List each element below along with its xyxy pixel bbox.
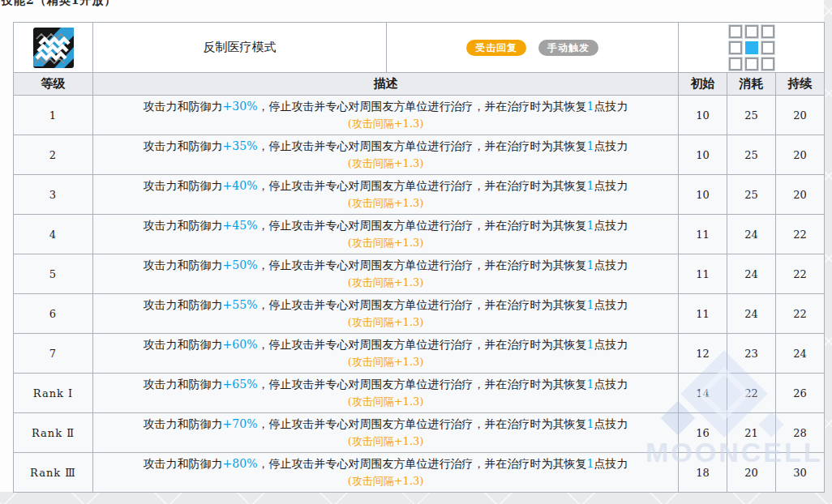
buff-value: +55% <box>223 298 258 311</box>
skill-table: 反制医疗模式 受击回复 手动触发 等级 描述 初始 消耗 持续 1 攻击力和防御… <box>13 22 825 493</box>
desc-middle: ，停止攻击并专心对周围友方单位进行治疗，并在治疗时为其恢复 <box>257 378 586 391</box>
attack-interval-note: (攻击间隔+1.3) <box>93 472 678 489</box>
description-cell: 攻击力和防御力+30%，停止攻击并专心对周围友方单位进行治疗，并在治疗时为其恢复… <box>93 96 679 135</box>
sp-cost-cell: 24 <box>727 215 776 254</box>
description-main: 攻击力和防御力+55%，停止攻击并专心对周围友方单位进行治疗，并在治疗时为其恢复… <box>93 297 678 314</box>
description-main: 攻击力和防御力+60%，停止攻击并专心对周围友方单位进行治疗，并在治疗时为其恢复… <box>93 336 678 353</box>
description-cell: 攻击力和防御力+60%，停止攻击并专心对周围友方单位进行治疗，并在治疗时为其恢复… <box>93 334 679 374</box>
duration-cell: 26 <box>776 374 825 413</box>
description-main: 攻击力和防御力+35%，停止攻击并专心对周围友方单位进行治疗，并在治疗时为其恢复… <box>93 138 678 155</box>
desc-suffix: 点技力 <box>594 139 628 152</box>
desc-suffix: 点技力 <box>594 417 628 430</box>
level-cell: 6 <box>14 294 93 334</box>
buff-value: +50% <box>223 258 258 271</box>
buff-value: +35% <box>223 139 258 152</box>
table-row: 4 攻击力和防御力+45%，停止攻击并专心对周围友方单位进行治疗，并在治疗时为其… <box>14 215 825 254</box>
description-main: 攻击力和防御力+50%，停止攻击并专心对周围友方单位进行治疗，并在治疗时为其恢复… <box>93 257 678 274</box>
desc-prefix: 攻击力和防御力 <box>144 139 223 152</box>
buff-value: +80% <box>223 457 258 470</box>
page-title: 技能2（精英1开放） <box>2 0 116 8</box>
attack-interval-note: (攻击间隔+1.3) <box>93 194 678 211</box>
buff-value: +70% <box>223 417 258 430</box>
sp-cost-cell: 25 <box>727 96 776 135</box>
desc-suffix: 点技力 <box>594 338 628 351</box>
trigger-type-badge: 手动触发 <box>538 40 598 56</box>
initial-sp-cell: 18 <box>679 453 727 493</box>
header-sp-cost: 消耗 <box>727 73 776 96</box>
level-cell: 4 <box>14 215 93 254</box>
level-cell: 1 <box>14 96 93 135</box>
skill-icon <box>33 28 74 68</box>
description-cell: 攻击力和防御力+70%，停止攻击并专心对周围友方单位进行治疗，并在治疗时为其恢复… <box>93 413 679 453</box>
buff-value: +65% <box>223 378 258 391</box>
attack-interval-note: (攻击间隔+1.3) <box>93 234 678 251</box>
desc-middle: ，停止攻击并专心对周围友方单位进行治疗，并在治疗时为其恢复 <box>257 338 586 351</box>
range-cell-active <box>745 41 758 54</box>
description-main: 攻击力和防御力+80%，停止攻击并专心对周围友方单位进行治疗，并在治疗时为其恢复… <box>93 455 678 472</box>
duration-cell: 20 <box>776 175 825 215</box>
level-cell: Rank Ⅰ <box>14 374 93 413</box>
table-row: 2 攻击力和防御力+35%，停止攻击并专心对周围友方单位进行治疗，并在治疗时为其… <box>14 135 825 175</box>
table-row: 3 攻击力和防御力+40%，停止攻击并专心对周围友方单位进行治疗，并在治疗时为其… <box>14 175 825 215</box>
duration-cell: 28 <box>776 413 825 453</box>
table-row: Rank Ⅰ 攻击力和防御力+65%，停止攻击并专心对周围友方单位进行治疗，并在… <box>14 374 825 413</box>
desc-middle: ，停止攻击并专心对周围友方单位进行治疗，并在治疗时为其恢复 <box>257 417 586 430</box>
buff-value: +60% <box>223 338 258 351</box>
initial-sp-cell: 12 <box>679 334 727 374</box>
sp-charge-type-badge: 受击回复 <box>466 40 526 56</box>
attack-interval-note: (攻击间隔+1.3) <box>93 314 678 331</box>
range-cell <box>729 25 742 38</box>
table-row: 5 攻击力和防御力+50%，停止攻击并专心对周围友方单位进行治疗，并在治疗时为其… <box>14 254 825 294</box>
duration-cell: 30 <box>776 453 825 493</box>
desc-suffix: 点技力 <box>594 219 628 232</box>
desc-prefix: 攻击力和防御力 <box>144 298 223 311</box>
attack-interval-note: (攻击间隔+1.3) <box>93 115 678 132</box>
range-cell <box>761 25 774 38</box>
level-cell: 2 <box>14 135 93 175</box>
sp-cost-cell: 25 <box>727 175 776 215</box>
attack-interval-note: (攻击间隔+1.3) <box>93 353 678 370</box>
desc-prefix: 攻击力和防御力 <box>144 378 223 391</box>
initial-sp-cell: 10 <box>679 135 727 175</box>
buff-value: +40% <box>223 179 258 192</box>
level-cell: 5 <box>14 254 93 294</box>
skill-range-cell <box>679 23 825 73</box>
skill-info-row: 反制医疗模式 受击回复 手动触发 <box>14 23 825 73</box>
description-cell: 攻击力和防御力+45%，停止攻击并专心对周围友方单位进行治疗，并在治疗时为其恢复… <box>93 215 679 254</box>
desc-middle: ，停止攻击并专心对周围友方单位进行治疗，并在治疗时为其恢复 <box>257 298 586 311</box>
desc-middle: ，停止攻击并专心对周围友方单位进行治疗，并在治疗时为其恢复 <box>257 179 586 192</box>
sp-cost-cell: 22 <box>727 374 776 413</box>
range-grid <box>729 25 774 70</box>
initial-sp-cell: 16 <box>679 413 727 453</box>
table-row: 1 攻击力和防御力+30%，停止攻击并专心对周围友方单位进行治疗，并在治疗时为其… <box>14 96 825 135</box>
desc-middle: ，停止攻击并专心对周围友方单位进行治疗，并在治疗时为其恢复 <box>257 100 586 113</box>
level-cell: Rank Ⅲ <box>14 453 93 493</box>
skill-name: 反制医疗模式 <box>93 23 387 73</box>
duration-cell: 22 <box>776 215 825 254</box>
desc-middle: ，停止攻击并专心对周围友方单位进行治疗，并在治疗时为其恢复 <box>257 219 586 232</box>
sp-cost-cell: 20 <box>727 453 776 493</box>
range-cell <box>729 58 742 70</box>
range-cell <box>761 41 774 54</box>
header-description: 描述 <box>93 73 679 96</box>
desc-middle: ，停止攻击并专心对周围友方单位进行治疗，并在治疗时为其恢复 <box>257 457 586 470</box>
description-cell: 攻击力和防御力+35%，停止攻击并专心对周围友方单位进行治疗，并在治疗时为其恢复… <box>93 135 679 175</box>
description-cell: 攻击力和防御力+40%，停止攻击并专心对周围友方单位进行治疗，并在治疗时为其恢复… <box>93 175 679 215</box>
desc-middle: ，停止攻击并专心对周围友方单位进行治疗，并在治疗时为其恢复 <box>257 258 586 271</box>
desc-suffix: 点技力 <box>594 179 628 192</box>
desc-suffix: 点技力 <box>594 378 628 391</box>
range-cell <box>761 58 774 70</box>
duration-cell: 22 <box>776 294 825 334</box>
description-cell: 攻击力和防御力+50%，停止攻击并专心对周围友方单位进行治疗，并在治疗时为其恢复… <box>93 254 679 294</box>
duration-cell: 20 <box>776 96 825 135</box>
level-cell: 3 <box>14 175 93 215</box>
desc-prefix: 攻击力和防御力 <box>144 179 223 192</box>
header-duration: 持续 <box>776 73 825 96</box>
attack-interval-note: (攻击间隔+1.3) <box>93 274 678 291</box>
desc-suffix: 点技力 <box>594 298 628 311</box>
sp-cost-cell: 23 <box>727 334 776 374</box>
range-cell <box>729 41 742 54</box>
initial-sp-cell: 14 <box>679 374 727 413</box>
level-cell: 7 <box>14 334 93 374</box>
description-main: 攻击力和防御力+30%，停止攻击并专心对周围友方单位进行治疗，并在治疗时为其恢复… <box>93 98 678 115</box>
